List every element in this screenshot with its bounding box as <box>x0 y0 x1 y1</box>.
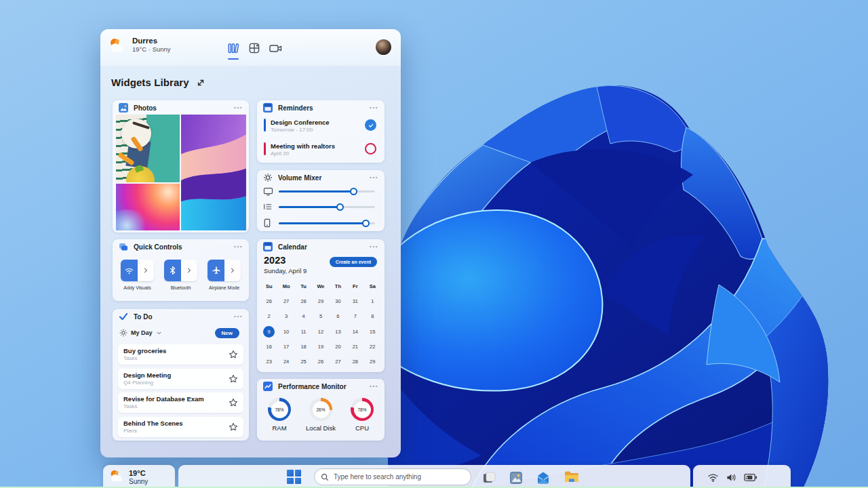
slider-knob[interactable] <box>350 188 357 195</box>
task-view-button[interactable] <box>481 470 496 485</box>
task-row[interactable]: Design Meeting Q4 Planning <box>118 369 243 389</box>
reminder-done-check[interactable] <box>365 119 376 131</box>
widget-menu[interactable]: ••• <box>370 105 378 110</box>
photo-wave[interactable] <box>181 115 246 230</box>
calendar-day[interactable]: 12 <box>315 326 326 338</box>
wifi-toggle[interactable] <box>121 260 138 281</box>
taskbar-weather-island[interactable]: 19°C Sunny <box>103 465 175 488</box>
calendar-day[interactable]: 17 <box>281 341 292 352</box>
create-event-button[interactable]: Create an event <box>330 257 377 267</box>
calendar-day[interactable]: 29 <box>367 356 378 367</box>
calendar-day[interactable]: 14 <box>349 326 361 338</box>
calendar-day[interactable]: 27 <box>281 296 292 307</box>
calendar-day[interactable]: 15 <box>367 326 378 338</box>
calendar-day-header: Su <box>266 283 273 289</box>
slider-track[interactable] <box>279 190 375 192</box>
chevron-right-icon <box>186 267 193 274</box>
calendar-day[interactable]: 20 <box>332 341 344 352</box>
user-avatar[interactable] <box>376 39 391 55</box>
reminder-row[interactable]: Meeting with realtors April 20 <box>264 142 378 163</box>
slider-track[interactable] <box>279 206 375 208</box>
queue-icon <box>263 203 273 211</box>
mail-app-button[interactable] <box>536 470 551 485</box>
calendar-day[interactable]: 28 <box>298 296 309 307</box>
slider-knob[interactable] <box>362 220 370 227</box>
star-icon[interactable] <box>229 374 238 384</box>
task-row[interactable]: Revise for Database Exam Tasks <box>118 392 243 413</box>
panel-weather[interactable]: Durres 19°C · Sunny <box>108 37 171 54</box>
widget-menu[interactable]: ••• <box>370 244 378 249</box>
search-input[interactable]: Type here to search anything <box>314 468 471 485</box>
expand-icon[interactable] <box>196 78 205 87</box>
calendar-day[interactable]: 24 <box>281 356 292 367</box>
widget-menu[interactable]: ••• <box>234 105 243 110</box>
photos-app-button[interactable] <box>509 470 524 485</box>
calendar-year[interactable]: 2023 <box>264 255 285 266</box>
calendar-day[interactable]: 9 <box>263 326 275 338</box>
volume-slider-queue <box>263 201 375 212</box>
tab-widgets-board[interactable] <box>245 39 263 57</box>
calendar-day[interactable]: 18 <box>298 341 309 352</box>
calendar-day[interactable]: 8 <box>367 310 378 322</box>
calendar-day[interactable]: 19 <box>315 341 326 352</box>
photo-rainbow[interactable] <box>116 184 180 230</box>
wifi-expand[interactable] <box>138 260 154 281</box>
task-list: Tasks <box>123 403 238 410</box>
calendar-day[interactable]: 21 <box>349 341 361 352</box>
calendar-day[interactable]: 3 <box>281 310 292 322</box>
widget-menu[interactable]: ••• <box>370 175 378 180</box>
task-row[interactable]: Buy groceries Tasks <box>118 344 243 365</box>
chevron-down-icon[interactable] <box>156 330 162 336</box>
star-icon[interactable] <box>229 422 238 432</box>
widget-title: Volume Mixer <box>278 174 321 182</box>
taskbar-system-island[interactable] <box>693 465 791 488</box>
calendar-day[interactable]: 29 <box>315 296 326 307</box>
slider-track[interactable] <box>279 222 375 224</box>
calendar-day[interactable]: 2 <box>263 310 275 322</box>
reminder-open-circle[interactable] <box>365 143 376 155</box>
widget-menu[interactable]: ••• <box>234 314 243 319</box>
calendar-day[interactable]: 27 <box>332 356 344 367</box>
airplane-expand[interactable] <box>224 260 241 281</box>
bluetooth-expand[interactable] <box>181 260 197 281</box>
calendar-day[interactable]: 23 <box>263 356 275 367</box>
calendar-day[interactable]: 30 <box>332 296 344 307</box>
calendar-day[interactable]: 22 <box>367 341 378 352</box>
gauge-label: RAM <box>272 424 286 432</box>
calendar-day[interactable]: 10 <box>281 326 292 338</box>
calendar-day[interactable]: 28 <box>349 356 361 367</box>
bluetooth-toggle[interactable] <box>164 260 181 281</box>
photo-drinks[interactable] <box>116 115 180 182</box>
start-button[interactable] <box>287 470 301 484</box>
calendar-day[interactable]: 4 <box>298 310 309 322</box>
calendar-day[interactable]: 1 <box>367 296 378 307</box>
widgets-library-heading: Widgets Library <box>111 77 205 88</box>
calendar-day[interactable]: 5 <box>315 310 326 322</box>
widget-menu[interactable]: ••• <box>234 244 243 249</box>
calendar-day[interactable]: 6 <box>332 310 344 322</box>
calendar-day[interactable]: 25 <box>298 356 309 367</box>
bluetooth-icon <box>168 266 177 275</box>
reminder-row[interactable]: Design Conference Tomorrow - 17:00 <box>264 119 378 139</box>
file-explorer-button[interactable] <box>564 470 578 485</box>
calendar-day[interactable]: 31 <box>349 296 361 307</box>
star-icon[interactable] <box>229 350 238 359</box>
quick-control-label: Addy Visuals <box>121 285 154 290</box>
calendar-day[interactable]: 13 <box>332 326 344 338</box>
calendar-day[interactable]: 7 <box>349 310 361 322</box>
star-icon[interactable] <box>229 398 238 407</box>
photos-collage[interactable] <box>116 115 246 230</box>
calendar-day[interactable]: 16 <box>263 341 275 352</box>
todo-list-name[interactable]: My Day <box>131 329 153 336</box>
tab-camera[interactable] <box>267 39 284 57</box>
task-list: Q4 Planning <box>123 380 238 386</box>
calendar-day[interactable]: 11 <box>298 326 309 338</box>
slider-knob[interactable] <box>336 203 344 211</box>
widget-menu[interactable]: ••• <box>370 384 378 389</box>
tab-widgets-library[interactable] <box>224 39 242 57</box>
airplane-toggle[interactable] <box>208 260 224 281</box>
task-row[interactable]: Behind The Scenes Plans <box>118 417 243 437</box>
calendar-day[interactable]: 26 <box>315 356 326 367</box>
new-task-button[interactable]: New <box>215 328 239 338</box>
calendar-day[interactable]: 26 <box>263 296 275 307</box>
